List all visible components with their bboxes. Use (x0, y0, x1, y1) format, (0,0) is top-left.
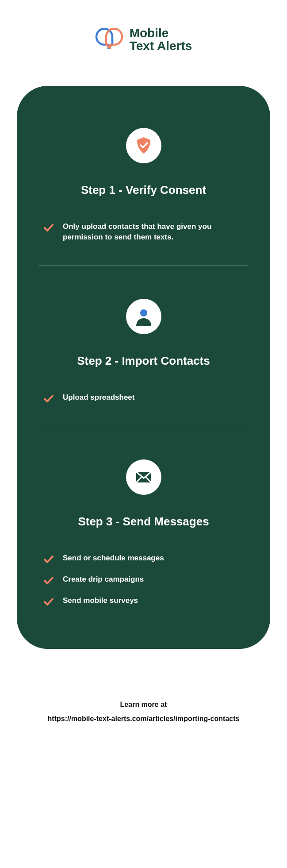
footer-line1: Learn more at (17, 698, 270, 712)
step-2-bullets: Upload spreadsheet (39, 392, 248, 404)
steps-card: Step 1 - Verify Consent Only upload cont… (17, 86, 270, 649)
step-3-title: Step 3 - Send Messages (39, 515, 248, 529)
list-item-text: Create drip campaigns (63, 574, 144, 585)
step-3: Step 3 - Send Messages Send or schedule … (39, 459, 248, 607)
list-item-text: Send mobile surveys (63, 595, 138, 606)
footer-line2: https://mobile-text-alerts.com/articles/… (17, 712, 270, 726)
step-1: Step 1 - Verify Consent Only upload cont… (39, 128, 248, 243)
footer: Learn more at https://mobile-text-alerts… (17, 698, 270, 726)
brand-name: Mobile Text Alerts (130, 27, 192, 53)
check-icon (43, 575, 54, 586)
list-item: Send mobile surveys (43, 595, 244, 607)
shield-check-icon (126, 128, 161, 163)
step-2-title: Step 2 - Import Contacts (39, 354, 248, 368)
list-item-text: Upload spreadsheet (63, 392, 135, 403)
step-1-bullets: Only upload contacts that have given you… (39, 221, 248, 243)
list-item: Only upload contacts that have given you… (43, 221, 244, 243)
brand-name-line2: Text Alerts (130, 39, 192, 52)
check-icon (43, 596, 54, 607)
check-icon (43, 222, 54, 233)
check-icon (43, 393, 54, 404)
page: Mobile Text Alerts Step 1 - Verify Conse… (0, 0, 287, 752)
brand-name-line1: Mobile (130, 27, 192, 39)
list-item: Create drip campaigns (43, 574, 244, 586)
list-item-text: Only upload contacts that have given you… (63, 221, 244, 243)
step-3-bullets: Send or schedule messages Create drip ca… (39, 553, 248, 607)
list-item: Send or schedule messages (43, 553, 244, 564)
person-icon (126, 299, 161, 334)
list-item-text: Send or schedule messages (63, 553, 164, 564)
step-2: Step 2 - Import Contacts Upload spreadsh… (39, 299, 248, 404)
step-1-title: Step 1 - Verify Consent (39, 183, 248, 197)
brand-logo-icon (95, 27, 123, 52)
brand-logo: Mobile Text Alerts (17, 27, 270, 53)
divider (39, 265, 248, 266)
list-item: Upload spreadsheet (43, 392, 244, 404)
divider (39, 426, 248, 426)
svg-point-0 (140, 309, 147, 316)
envelope-icon (126, 459, 161, 495)
check-icon (43, 554, 54, 564)
